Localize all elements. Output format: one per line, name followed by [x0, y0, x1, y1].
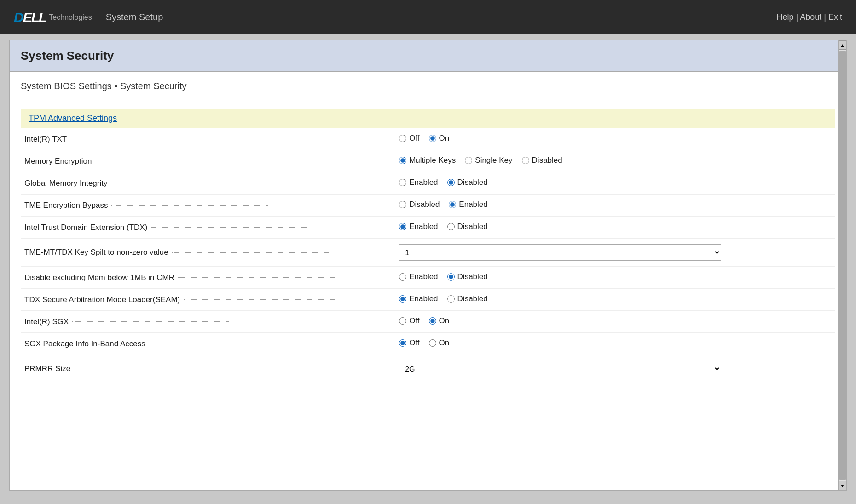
radio-input[interactable]	[447, 223, 455, 230]
radio-group: OffOn	[399, 338, 449, 348]
radio-option[interactable]: Disabled	[399, 200, 440, 209]
radio-input[interactable]	[429, 317, 436, 325]
radio-option[interactable]: On	[429, 134, 450, 143]
setting-controls-cell: Multiple KeysSingle KeyDisabled	[395, 150, 835, 172]
radio-option[interactable]: On	[429, 338, 450, 348]
nav-separator-1: |	[796, 12, 800, 22]
radio-input[interactable]	[465, 157, 472, 164]
radio-group: OffOn	[399, 134, 449, 143]
setting-label: TDX Secure Arbitration Mode Loader(SEAM)	[24, 295, 180, 304]
radio-group: EnabledDisabled	[399, 294, 488, 304]
dell-logo-ell: ELL	[23, 10, 46, 25]
radio-label: Enabled	[459, 200, 487, 209]
setting-dropdown[interactable]: 2G	[399, 361, 721, 377]
dell-technologies-text: Technologies	[49, 13, 92, 22]
dot-separator	[184, 299, 340, 300]
help-link[interactable]: Help	[777, 12, 794, 22]
setting-controls-cell: EnabledDisabled	[395, 267, 835, 289]
radio-option[interactable]: Enabled	[399, 222, 438, 231]
radio-option[interactable]: Enabled	[449, 200, 487, 209]
radio-label: Multiple Keys	[409, 156, 456, 165]
radio-input[interactable]	[447, 295, 455, 303]
radio-option[interactable]: Enabled	[399, 178, 438, 187]
setting-name-cell: TME Encryption Bypass	[21, 195, 395, 217]
setting-name-cell: Intel(R) SGX	[21, 311, 395, 333]
table-row: Intel Trust Domain Extension (TDX)Enable…	[21, 217, 835, 239]
radio-option[interactable]: Disabled	[447, 222, 488, 231]
radio-label: Disabled	[457, 294, 488, 304]
setting-label: Global Memory Integrity	[24, 179, 107, 188]
table-row: Disable excluding Mem below 1MB in CMREn…	[21, 267, 835, 289]
setting-controls-cell: EnabledDisabled	[395, 172, 835, 195]
radio-label: Single Key	[475, 156, 512, 165]
radio-input[interactable]	[399, 223, 406, 230]
setting-dropdown[interactable]: 1	[399, 244, 721, 261]
radio-label: Disabled	[457, 272, 488, 281]
radio-option[interactable]: Multiple Keys	[399, 156, 456, 165]
exit-link[interactable]: Exit	[828, 12, 842, 22]
radio-option[interactable]: Disabled	[447, 178, 488, 187]
setting-name-cell: SGX Package Info In-Band Access	[21, 333, 395, 355]
topbar-nav: Help | About | Exit	[777, 12, 843, 22]
radio-option[interactable]: Disabled	[522, 156, 562, 165]
scrollbar-track: ▲ ▼	[838, 40, 846, 490]
scrollbar-down-button[interactable]: ▼	[839, 481, 846, 490]
setting-name-cell: TDX Secure Arbitration Mode Loader(SEAM)	[21, 289, 395, 311]
main-wrapper: System Security System BIOS Settings • S…	[9, 40, 847, 491]
radio-option[interactable]: Disabled	[447, 294, 488, 304]
radio-option[interactable]: Enabled	[399, 272, 438, 281]
radio-input[interactable]	[399, 179, 406, 186]
radio-option[interactable]: Single Key	[465, 156, 512, 165]
radio-label: On	[439, 134, 450, 143]
radio-label: Enabled	[409, 294, 438, 304]
radio-input[interactable]	[449, 201, 456, 208]
dot-separator	[111, 183, 267, 183]
table-row: Global Memory IntegrityEnabledDisabled	[21, 172, 835, 195]
radio-input[interactable]	[399, 317, 406, 325]
dot-separator	[151, 227, 307, 228]
radio-input[interactable]	[447, 273, 455, 281]
setting-label: TME-MT/TDX Key Spilt to non-zero value	[24, 248, 168, 257]
radio-option[interactable]: Disabled	[447, 272, 488, 281]
tpm-advanced-settings-link[interactable]: TPM Advanced Settings	[29, 114, 117, 123]
setting-name-cell: TME-MT/TDX Key Spilt to non-zero value	[21, 239, 395, 267]
topbar-title: System Setup	[106, 12, 163, 23]
dot-separator	[178, 277, 335, 278]
radio-input[interactable]	[399, 157, 406, 164]
radio-label: On	[439, 338, 450, 348]
radio-input[interactable]	[522, 157, 529, 164]
radio-input[interactable]	[429, 135, 436, 142]
radio-input[interactable]	[399, 273, 406, 281]
setting-label: TME Encryption Bypass	[24, 201, 108, 210]
about-link[interactable]: About	[800, 12, 821, 22]
table-row: Memory EncryptionMultiple KeysSingle Key…	[21, 150, 835, 172]
radio-option[interactable]: Enabled	[399, 294, 438, 304]
dot-separator	[172, 252, 329, 253]
setting-controls-cell: EnabledDisabled	[395, 217, 835, 239]
radio-option[interactable]: Off	[399, 338, 419, 348]
radio-option[interactable]: Off	[399, 134, 419, 143]
scrollbar-thumb[interactable]	[839, 51, 846, 480]
topbar-left: DELL Technologies System Setup	[14, 10, 163, 25]
radio-input[interactable]	[399, 339, 406, 347]
table-row: TDX Secure Arbitration Mode Loader(SEAM)…	[21, 289, 835, 311]
table-row: Intel(R) TXTOffOn	[21, 128, 835, 150]
radio-group: Multiple KeysSingle KeyDisabled	[399, 156, 562, 165]
radio-input[interactable]	[447, 179, 455, 186]
setting-label: Disable excluding Mem below 1MB in CMR	[24, 273, 174, 282]
setting-name-cell: Intel Trust Domain Extension (TDX)	[21, 217, 395, 239]
radio-label: Disabled	[457, 178, 488, 187]
setting-name-cell: Intel(R) TXT	[21, 128, 395, 150]
scrollbar-up-button[interactable]: ▲	[839, 40, 846, 50]
radio-input[interactable]	[399, 201, 406, 208]
radio-input[interactable]	[399, 295, 406, 303]
radio-option[interactable]: Off	[399, 316, 419, 326]
topbar: DELL Technologies System Setup Help | Ab…	[0, 0, 856, 34]
radio-label: Disabled	[409, 200, 440, 209]
radio-input[interactable]	[399, 135, 406, 142]
dell-logo-d: D	[14, 10, 23, 25]
radio-input[interactable]	[429, 339, 436, 347]
section-title: System Security	[21, 49, 835, 63]
radio-option[interactable]: On	[429, 316, 450, 326]
radio-label: Enabled	[409, 222, 438, 231]
